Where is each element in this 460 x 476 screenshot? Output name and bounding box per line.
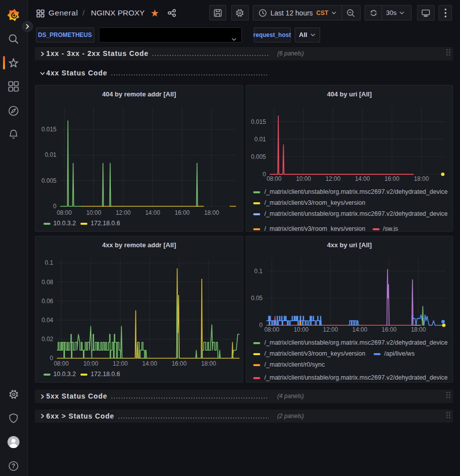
svg-text:0: 0: [259, 322, 263, 329]
svg-text:0.08: 0.08: [41, 279, 53, 286]
svg-text:10:00: 10:00: [294, 326, 309, 333]
svg-text:18:00: 18:00: [201, 360, 216, 367]
svg-text:08:00: 08:00: [264, 326, 279, 333]
svg-text:0: 0: [50, 355, 53, 362]
svg-text:0.005: 0.005: [251, 153, 266, 160]
svg-text:16:00: 16:00: [175, 209, 190, 216]
svg-text:0: 0: [263, 171, 266, 178]
svg-text:16:00: 16:00: [382, 326, 397, 333]
svg-text:16:00: 16:00: [172, 360, 187, 367]
svg-text:0.01: 0.01: [254, 136, 266, 143]
svg-text:18:00: 18:00: [411, 326, 426, 333]
svg-text:10:00: 10:00: [83, 360, 98, 367]
svg-text:14:00: 14:00: [352, 326, 367, 333]
svg-text:?: ?: [11, 463, 15, 470]
svg-text:14:00: 14:00: [355, 175, 370, 182]
svg-text:12:00: 12:00: [113, 360, 128, 367]
svg-text:0.02: 0.02: [41, 336, 53, 343]
svg-text:0.1: 0.1: [254, 268, 263, 275]
svg-text:12:00: 12:00: [326, 175, 341, 182]
svg-text:10:00: 10:00: [86, 209, 101, 216]
svg-text:16:00: 16:00: [385, 175, 400, 182]
svg-text:0.04: 0.04: [41, 317, 53, 324]
svg-text:08:00: 08:00: [267, 175, 282, 182]
svg-text:0.05: 0.05: [251, 295, 263, 302]
svg-text:18:00: 18:00: [204, 209, 219, 216]
svg-text:0.01: 0.01: [45, 151, 57, 158]
svg-text:0: 0: [53, 203, 56, 210]
svg-text:18:00: 18:00: [414, 175, 429, 182]
svg-text:14:00: 14:00: [142, 360, 157, 367]
svg-text:10:00: 10:00: [296, 175, 311, 182]
svg-text:0.1: 0.1: [45, 259, 53, 266]
svg-text:08:00: 08:00: [54, 360, 69, 367]
svg-text:08:00: 08:00: [57, 209, 72, 216]
svg-text:14:00: 14:00: [145, 209, 160, 216]
svg-text:0.015: 0.015: [251, 118, 266, 125]
svg-text:0.06: 0.06: [41, 298, 53, 305]
svg-text:12:00: 12:00: [323, 326, 338, 333]
svg-text:0.015: 0.015: [41, 126, 56, 133]
svg-text:12:00: 12:00: [116, 209, 131, 216]
svg-text:0.005: 0.005: [41, 177, 56, 184]
